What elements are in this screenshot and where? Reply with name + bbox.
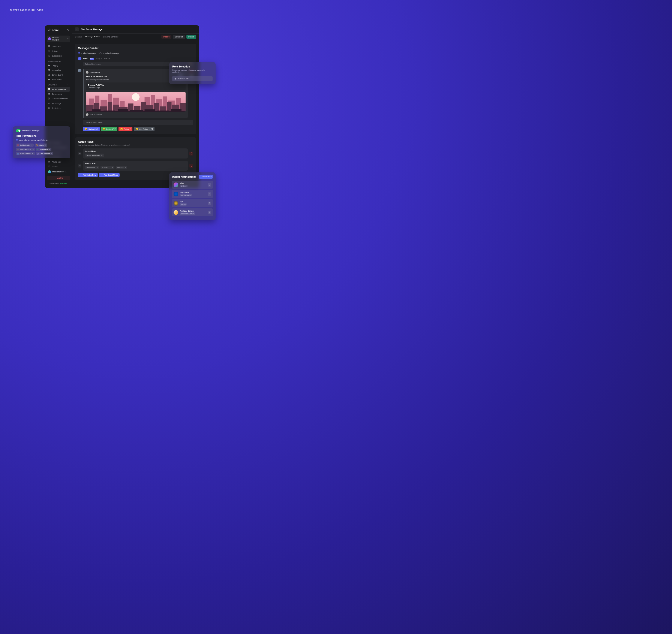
logout-button[interactable]: Log Out xyxy=(47,176,70,180)
chip-label: Button ABC xyxy=(87,166,95,168)
role-chip-list: Sr. Moderator✕Admin✕Senior Member✕Modera… xyxy=(16,144,67,155)
role-chip[interactable]: Admin✕ xyxy=(35,144,47,147)
close-icon[interactable]: ✕ xyxy=(31,144,32,146)
nav-recordings[interactable]: Recordings xyxy=(47,101,70,106)
status-label: Omni Status: xyxy=(49,182,59,184)
nav-label: Server Messages xyxy=(52,88,66,90)
nav-logging[interactable]: Logging xyxy=(47,63,70,68)
preview-button-danger[interactable]: 😊Button 2 xyxy=(119,127,133,131)
create-new-button[interactable]: Create New xyxy=(199,175,213,179)
close-icon[interactable]: ✕ xyxy=(44,144,46,146)
message-header: Omni BOT Today at 12:34 AM xyxy=(78,57,193,60)
button-chip[interactable]: Button XYZ✕ xyxy=(100,166,115,169)
card-title: Twitter Notifications xyxy=(172,175,196,178)
close-icon[interactable]: ✕ xyxy=(101,154,103,156)
nav-label: Support xyxy=(52,166,58,168)
select-role-button[interactable]: Select a role xyxy=(172,76,213,81)
nav-react-roles[interactable]: React Roles xyxy=(47,77,70,82)
back-button[interactable] xyxy=(75,27,79,31)
close-icon[interactable]: ✕ xyxy=(124,166,126,168)
tab-message-builder[interactable]: Message Builder xyxy=(85,34,100,40)
preview-button-success[interactable]: 😊Button XYZ xyxy=(101,127,117,131)
nav-support[interactable]: Support xyxy=(47,164,70,169)
more-button[interactable] xyxy=(208,192,211,196)
more-button[interactable] xyxy=(208,201,211,205)
preview-button-primary[interactable]: 😊Button ABC xyxy=(83,127,100,131)
builder-title: Message Builder xyxy=(78,47,193,50)
section-management[interactable]: MANAGEMENT xyxy=(47,58,70,63)
nav-label: Recordings xyxy=(52,102,61,104)
author-name: Markus Person xyxy=(90,71,102,73)
role-chip[interactable]: Senior Member✕ xyxy=(16,148,35,151)
radio-label: Embed Message xyxy=(81,52,96,54)
chevron-up-icon xyxy=(67,60,69,62)
svg-point-13 xyxy=(49,51,49,51)
user-row[interactable]: MisterMorf #5641 xyxy=(47,169,70,175)
radio-deny-all[interactable]: Deny all roles except specified roles xyxy=(16,139,67,141)
drag-handle[interactable] xyxy=(78,152,81,155)
row-title: Button Row xyxy=(85,162,186,165)
svg-marker-23 xyxy=(48,161,50,163)
nav-moderation[interactable]: Moderation xyxy=(47,68,70,73)
drag-handle[interactable] xyxy=(78,164,81,168)
close-icon[interactable]: ✕ xyxy=(49,148,50,150)
nav-custom-commands[interactable]: Custom Commands xyxy=(47,96,70,101)
delete-row-button[interactable] xyxy=(189,152,193,155)
role-chip[interactable]: Sr. Moderator✕ xyxy=(16,144,34,147)
embed-image[interactable] xyxy=(86,92,186,112)
svg-point-4 xyxy=(50,29,50,30)
logout-label: Log Out xyxy=(56,177,63,179)
close-icon[interactable]: ✕ xyxy=(32,148,34,150)
twitter-account-row[interactable]: Rockstar Games@RockstarGames xyxy=(172,209,213,216)
role-chip[interactable]: Elite Member✕ xyxy=(36,152,53,155)
twitter-account-row[interactable]: IGN@IGN xyxy=(172,199,213,207)
tab-sending-behavior[interactable]: Sending Behavior xyxy=(103,34,118,40)
close-icon[interactable]: ✕ xyxy=(112,166,113,168)
nav-reminders[interactable]: Reminders xyxy=(47,106,70,111)
account-handle: @RockstarGames xyxy=(180,213,195,215)
nav-server-guard[interactable]: Server Guard xyxy=(47,73,70,77)
role-chip[interactable]: Junior Member✕ xyxy=(16,152,35,155)
clock-icon xyxy=(48,107,50,109)
select-menu-preview[interactable]: This is a select menu xyxy=(83,120,193,125)
select-menu-chip[interactable]: Select Menu ABC✕ xyxy=(85,153,104,157)
publish-button[interactable]: Publish xyxy=(187,35,196,39)
exit-icon[interactable] xyxy=(67,28,69,31)
section-utilities[interactable]: UTILITIES xyxy=(47,82,70,87)
svg-point-36 xyxy=(132,93,140,101)
support-icon xyxy=(48,165,50,168)
button-chip[interactable]: Button ABC✕ xyxy=(85,166,99,169)
nav-components[interactable]: Components xyxy=(47,92,70,96)
embed-footer[interactable]: This is a Footer xyxy=(86,113,186,116)
twitter-account-row[interactable]: PlayStation@PlayStation xyxy=(172,190,213,198)
bot-avatar xyxy=(78,57,81,60)
role-color-icon xyxy=(17,153,19,155)
twitter-account-row[interactable]: Xbox@Xbox xyxy=(172,181,213,189)
nav-whats-new[interactable]: What's New xyxy=(47,160,70,164)
nav-server-messages[interactable]: Server Messages xyxy=(47,87,70,92)
close-icon[interactable]: ✕ xyxy=(96,166,98,168)
more-button[interactable] xyxy=(208,211,211,214)
shield-icon xyxy=(48,69,50,72)
nav-settings[interactable]: Settings xyxy=(47,49,70,53)
radio-standard-message[interactable]: Standard Message xyxy=(99,52,119,54)
delete-message-toggle[interactable] xyxy=(16,129,21,132)
more-button[interactable] xyxy=(208,183,211,187)
close-icon[interactable]: ✕ xyxy=(32,153,33,155)
radio-embed-message[interactable]: Embed Message xyxy=(78,52,96,54)
server-selector[interactable]: Oslow's Hangout xyxy=(47,35,70,42)
nav-dashboard[interactable]: Dashboard xyxy=(47,44,70,49)
role-chip[interactable]: Moderator✕ xyxy=(36,148,51,151)
account-avatar xyxy=(173,182,178,187)
nav-subscription[interactable]: Subscription xyxy=(47,53,70,58)
button-chip[interactable]: Button 4✕ xyxy=(116,166,127,169)
add-button-row-button[interactable]: Add Button Row xyxy=(78,173,98,177)
discard-button[interactable]: Discard xyxy=(161,35,171,39)
svg-point-25 xyxy=(79,58,80,59)
tab-general[interactable]: General xyxy=(75,34,82,40)
preview-button-link[interactable]: 😊Link Button 1 xyxy=(134,127,154,131)
add-select-menu-button[interactable]: Add Select Menu xyxy=(99,173,120,177)
delete-row-button[interactable] xyxy=(189,164,193,168)
close-icon[interactable]: ✕ xyxy=(51,153,52,155)
save-draft-button[interactable]: Save Draft xyxy=(173,35,185,39)
